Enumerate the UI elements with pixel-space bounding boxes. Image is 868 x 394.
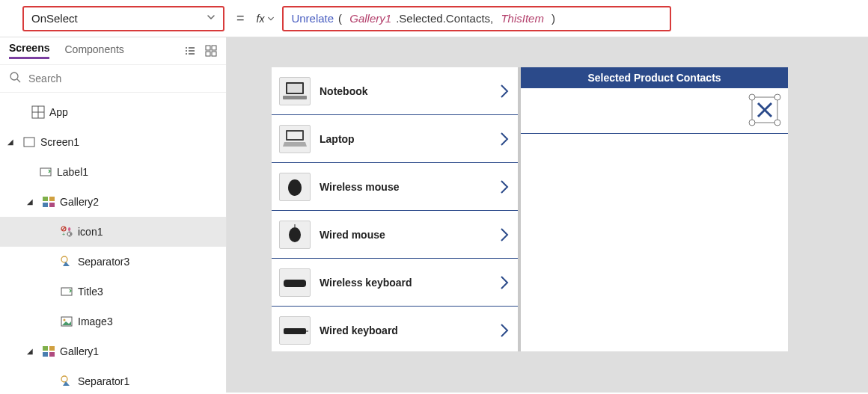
svg-rect-0	[206, 46, 210, 50]
gallery-icon	[40, 345, 57, 358]
list-item[interactable]: Laptop	[272, 115, 518, 163]
tree-label: Screen1	[40, 136, 79, 148]
tab-screens[interactable]: Screens	[9, 42, 49, 59]
chevron-right-icon	[498, 179, 510, 195]
svg-point-40	[749, 120, 755, 126]
contacts-panel: Selected Product Contacts	[521, 67, 788, 351]
svg-point-32	[288, 179, 302, 196]
tree-item-gallery2[interactable]: ◢ Gallery2	[0, 187, 226, 217]
tree-label: Gallery1	[60, 345, 99, 357]
chevron-right-icon	[498, 131, 510, 147]
svg-text:+: +	[62, 232, 65, 237]
svg-rect-23	[49, 346, 55, 351]
fx-button[interactable]: fx	[257, 13, 275, 25]
formula-bar[interactable]: Unrelate ( Gallery1 .Selected.Contacts, …	[282, 6, 671, 31]
svg-rect-25	[49, 352, 55, 357]
svg-rect-24	[43, 352, 48, 357]
control-icon: +	[58, 225, 75, 238]
screen-icon	[21, 135, 37, 149]
formula-fn: Unrelate	[291, 12, 334, 25]
svg-point-39	[774, 94, 780, 100]
tree-item-image3[interactable]: Image3	[0, 307, 226, 336]
row-separator	[521, 133, 788, 134]
formula-close: )	[548, 12, 555, 25]
search-input[interactable]	[28, 73, 217, 84]
product-image	[279, 268, 311, 297]
tree-item-icon1[interactable]: + icon1	[0, 217, 226, 247]
canvas-area: Notebook Laptop	[227, 37, 868, 393]
product-name: Wired keyboard	[320, 324, 498, 336]
chevron-right-icon	[498, 83, 510, 99]
svg-point-4	[10, 73, 18, 80]
svg-rect-14	[49, 203, 55, 207]
svg-line-5	[17, 79, 20, 82]
equals-sign: =	[236, 10, 245, 26]
list-item[interactable]: Wireless mouse	[272, 163, 518, 211]
tree-item-screen1[interactable]: ◢ Screen1	[0, 127, 226, 157]
chevron-right-icon	[498, 322, 510, 339]
tab-components[interactable]: Components	[64, 43, 123, 58]
formula-arg2: ThisItem	[501, 12, 544, 25]
search-icon	[9, 71, 21, 86]
tree-toggle-icon[interactable]: ◢	[7, 138, 18, 146]
image-icon	[58, 315, 75, 328]
tree-label: Gallery2	[60, 196, 99, 208]
svg-rect-11	[43, 197, 48, 201]
svg-rect-9	[24, 138, 34, 147]
product-gallery[interactable]: Notebook Laptop	[272, 67, 521, 351]
svg-rect-29	[283, 96, 307, 99]
list-item[interactable]: Wired keyboard	[272, 307, 518, 351]
svg-rect-3	[212, 52, 216, 56]
product-image	[279, 77, 311, 105]
list-item[interactable]: Wireless keyboard	[272, 259, 518, 307]
tree-item-separator3[interactable]: Separator3	[0, 247, 226, 277]
svg-point-18	[61, 256, 67, 262]
tree-item-title3[interactable]: Title3	[0, 277, 226, 307]
list-item[interactable]: Notebook	[272, 67, 518, 115]
svg-line-16	[62, 227, 65, 230]
chevron-right-icon	[498, 274, 510, 291]
chevron-down-icon	[207, 13, 216, 24]
tree-expand-icon[interactable]	[184, 45, 196, 57]
svg-point-33	[289, 227, 301, 242]
tree-item-separator1[interactable]: Separator1	[0, 366, 226, 393]
tree-label: Image3	[78, 315, 113, 327]
tree-toggle-icon[interactable]: ◢	[27, 197, 37, 206]
tree-item-gallery1[interactable]: ◢ Gallery1	[0, 336, 226, 366]
svg-rect-22	[43, 346, 48, 351]
tree-label: Separator1	[78, 375, 129, 387]
formula-dot1: .Selected.Contacts,	[396, 12, 496, 25]
svg-rect-36	[284, 328, 306, 334]
svg-point-38	[749, 94, 755, 100]
svg-rect-13	[43, 203, 48, 207]
tree-label: App	[49, 106, 68, 118]
svg-rect-2	[206, 52, 210, 56]
svg-rect-35	[284, 280, 306, 287]
tree-toggle-icon[interactable]: ◢	[27, 347, 37, 355]
tree-label: Label1	[57, 166, 88, 178]
contacts-body	[521, 88, 788, 351]
product-image	[279, 125, 311, 153]
label-icon	[37, 165, 54, 179]
property-dropdown[interactable]: OnSelect	[22, 6, 224, 31]
formula-open: (	[338, 12, 345, 25]
product-name: Wireless mouse	[320, 181, 498, 193]
grid-view-icon[interactable]	[205, 45, 217, 57]
list-item[interactable]: Wired mouse	[272, 211, 518, 259]
tree-label: Title3	[78, 286, 103, 298]
svg-rect-12	[49, 197, 55, 201]
product-name: Notebook	[320, 85, 498, 97]
selected-icon-control[interactable]	[748, 93, 782, 127]
product-name: Wired mouse	[320, 229, 498, 241]
property-name: OnSelect	[31, 12, 78, 25]
contacts-header: Selected Product Contacts	[521, 67, 788, 88]
tree-item-label1[interactable]: Label1	[0, 157, 226, 187]
chevron-down-icon	[267, 15, 275, 22]
tree-item-app[interactable]: App	[0, 97, 226, 127]
label-icon	[58, 285, 75, 298]
tree-label: icon1	[78, 226, 103, 238]
product-name: Laptop	[320, 133, 498, 145]
svg-point-26	[61, 376, 67, 382]
svg-rect-1	[212, 46, 216, 50]
chevron-right-icon	[498, 227, 510, 243]
